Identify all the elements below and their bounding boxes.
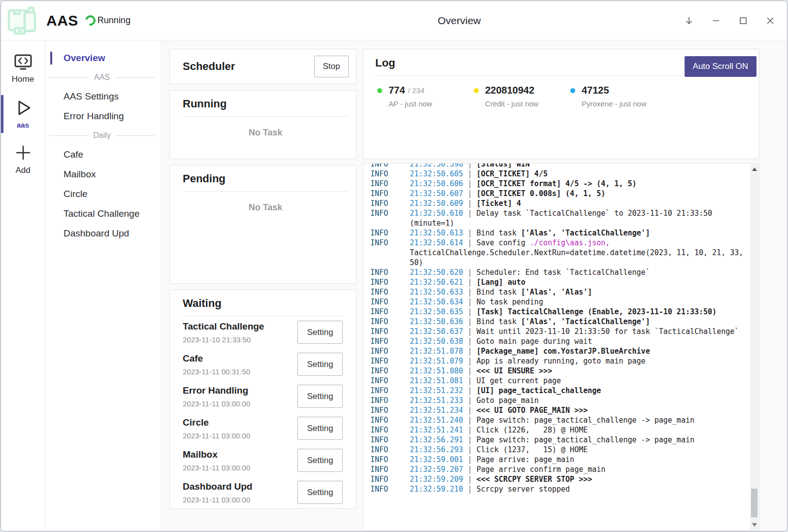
setting-button-error-handling[interactable]: Setting	[297, 385, 343, 408]
play-icon	[12, 97, 34, 119]
task-name: Mailbox	[183, 449, 250, 460]
log-separator: |	[463, 357, 476, 366]
log-message: 21:32:50.598 | [Status] WIN	[410, 163, 746, 169]
log-level: INFO	[370, 199, 410, 208]
nav-item-cafe[interactable]: Cafe	[45, 145, 161, 165]
task-next-run: 2023-11-11 03:00:00	[183, 399, 250, 408]
setting-button-mailbox[interactable]: Setting	[297, 449, 343, 472]
minimize-button[interactable]	[705, 10, 727, 32]
log-level: INFO	[370, 163, 410, 169]
log-separator: |	[463, 396, 476, 405]
scroll-thumb[interactable]	[751, 489, 757, 517]
stat-label: AP - just now	[389, 100, 474, 108]
setting-button-cafe[interactable]: Setting	[297, 353, 343, 376]
log-message: 21:32:56.291 | Page switch: page_tactica…	[410, 435, 746, 445]
setting-button-circle[interactable]: Setting	[297, 417, 343, 440]
log-timestamp: 21:32:56.291	[410, 435, 463, 444]
log-message: 21:32:51.241 | Click (1226, 28) @ HOME	[410, 425, 746, 435]
log-level: INFO	[370, 376, 410, 386]
triangle-down-icon	[752, 523, 757, 527]
log-separator: |	[463, 327, 476, 336]
rail-item-home[interactable]: Home	[1, 50, 45, 89]
running-empty-text: No Task	[183, 128, 348, 138]
log-level: INFO	[370, 277, 410, 287]
log-scrollbar[interactable]	[750, 164, 758, 530]
log-separator: |	[463, 485, 476, 494]
scroll-up-button[interactable]	[750, 165, 758, 173]
log-message: 21:32:50.614 | Save config ./config\aas.…	[410, 238, 746, 267]
stop-button[interactable]: Stop	[314, 56, 349, 77]
divider-line	[116, 135, 155, 136]
log-row: INFO21:32:51.078 | [Package_name] com.Yo…	[370, 346, 759, 356]
log-separator: |	[463, 475, 476, 484]
pending-card: Pending No Task	[169, 165, 357, 284]
rail-item-add[interactable]: Add	[1, 139, 45, 180]
setting-button-tactical-challenge[interactable]: Setting	[297, 321, 343, 344]
waiting-task-row: Mailbox2023-11-11 03:00:00Setting	[183, 444, 343, 476]
nav-item-tactical-challenge[interactable]: Tactical Challenge	[45, 204, 161, 224]
status-indicator: Running	[85, 15, 131, 26]
log-separator: |	[463, 163, 476, 168]
triangle-up-icon	[752, 167, 757, 171]
nav-item-overview[interactable]: Overview	[45, 48, 161, 68]
log-timestamp: 21:32:50.636	[410, 317, 463, 326]
nav-item-aas-settings[interactable]: AAS Settings	[45, 87, 161, 106]
log-separator: |	[463, 426, 476, 434]
scheduler-card: Scheduler Stop	[169, 49, 357, 84]
log-separator: |	[463, 445, 476, 454]
waiting-title: Waiting	[183, 297, 343, 310]
nav-item-dashboard-upd[interactable]: Dashboard Upd	[45, 224, 161, 243]
task-name: Error Handling	[183, 385, 250, 396]
log-row: INFO21:32:50.614 | Save config ./config\…	[370, 238, 759, 267]
maximize-button[interactable]	[732, 10, 754, 32]
log-message: 21:32:51.079 | App is already running, g…	[410, 356, 746, 366]
log-row: INFO21:32:56.291 | Page switch: page_tac…	[370, 435, 759, 445]
download-button[interactable]	[678, 10, 700, 32]
nav-item-circle[interactable]: Circle	[45, 184, 161, 204]
divider	[183, 116, 348, 117]
log-row: INFO21:32:59.001 | Page arrive: page_mai…	[370, 455, 759, 465]
divider-line	[115, 77, 155, 78]
scroll-down-button[interactable]	[750, 521, 758, 529]
nav-item-error-handling[interactable]: Error Handling	[45, 106, 161, 126]
log-row: INFO21:32:50.607 | [OCR_TICKET 0.008s] (…	[370, 189, 759, 199]
window-controls	[678, 1, 781, 40]
log-output[interactable]: INFO21:32:50.598 | [Status] WININFO21:32…	[363, 163, 759, 531]
log-message: 21:32:50.607 | [OCR_TICKET 0.008s] (4, 1…	[410, 189, 746, 199]
task-info: Cafe2023-11-11 00:31:50	[183, 353, 250, 376]
log-row: INFO21:32:50.609 | [Ticket] 4	[370, 199, 759, 208]
log-timestamp: 21:32:51.078	[410, 347, 463, 356]
log-separator: |	[463, 366, 476, 375]
rail-item-aas[interactable]: aas	[1, 94, 45, 134]
waiting-task-row: Error Handling2023-11-11 03:00:00Setting	[183, 380, 343, 412]
active-indicator	[50, 52, 52, 65]
nav-item-mailbox[interactable]: Mailbox	[45, 165, 161, 184]
stat-label: Credit - just now	[485, 100, 570, 108]
log-message: 21:32:51.233 | Goto page_main	[410, 396, 746, 405]
waiting-task-row: Tactical Challenge2023-11-10 21:33:50Set…	[183, 316, 343, 348]
rail-item-label: Home	[12, 74, 34, 84]
task-info: Error Handling2023-11-11 03:00:00	[183, 385, 250, 408]
running-title: Running	[183, 98, 348, 110]
waiting-card: Waiting Tactical Challenge2023-11-10 21:…	[169, 290, 357, 509]
stat-suffix: / 234	[408, 86, 424, 95]
log-timestamp: 21:32:59.207	[410, 465, 463, 474]
log-row: INFO21:32:51.080 | <<< UI ENSURE >>>	[370, 366, 759, 376]
log-timestamp: 21:32:50.606	[410, 179, 463, 188]
log-row: INFO21:32:50.634 | No task pending	[370, 297, 759, 307]
log-message: 21:32:51.234 | <<< UI GOTO PAGE_MAIN >>>	[410, 405, 746, 415]
stat-value: 220810942	[485, 85, 534, 96]
rail-item-label: aas	[17, 121, 29, 129]
close-button[interactable]	[759, 10, 781, 32]
pending-title: Pending	[183, 172, 348, 185]
auto-scroll-button[interactable]: Auto Scroll ON	[685, 56, 756, 77]
task-next-run: 2023-11-11 03:00:00	[183, 464, 250, 472]
log-timestamp: 21:32:50.609	[410, 199, 463, 208]
icon-rail: Home aas Add	[1, 40, 45, 531]
task-next-run: 2023-11-11 00:31:50	[183, 367, 250, 376]
setting-button-dashboard-upd[interactable]: Setting	[297, 481, 343, 504]
task-info: Dashboard Upd2023-11-11 03:00:00	[183, 481, 252, 504]
stat-top: 774/ 234	[377, 85, 474, 96]
stat-top: 220810942	[474, 85, 570, 96]
app-logo-icon	[6, 6, 38, 35]
